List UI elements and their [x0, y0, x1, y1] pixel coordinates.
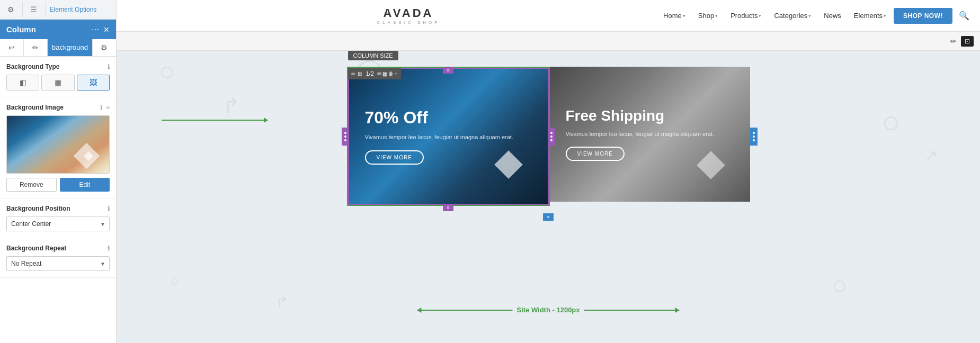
shop-now-button[interactable]: SHOP NOW!	[894, 8, 952, 24]
toolbar-edit-icon[interactable]: ✏	[351, 71, 355, 77]
bg-type-gradient[interactable]: ▦	[41, 75, 74, 91]
column-toolbar: ✏ ⊞ 1/2 ✉ ▦ 🗑 +	[348, 68, 401, 79]
panel-header: Column ⋯ ✕	[0, 20, 116, 39]
columns-wrapper: COLUMN SIZE ✏ ⊞ 1/2 ✉ ▦ 🗑 +	[347, 67, 750, 206]
nav-link-products[interactable]: Products ▾	[725, 8, 767, 23]
row-bottom-handle-left[interactable]: ≡	[443, 204, 453, 211]
pencil-icon[interactable]: ✏	[950, 37, 957, 46]
toolbar-trash-icon[interactable]: 🗑	[388, 71, 394, 77]
tab-back[interactable]: ↩	[0, 39, 24, 56]
row-top-handle[interactable]: ≡	[443, 67, 453, 74]
col-left-handle[interactable]	[342, 128, 349, 146]
toolbar-image-icon[interactable]: ▦	[382, 71, 387, 77]
background-type-options: ◧ ▦ 🖼	[6, 75, 110, 91]
diamond-left	[494, 150, 523, 179]
panel-header-icons: ⋯ ✕	[92, 25, 110, 34]
diamond-right	[697, 151, 725, 179]
background-type-label: Background Type ℹ	[6, 63, 110, 70]
background-position-dropdown-row: Center Center Left Top Left Center Left …	[6, 216, 110, 231]
remove-button[interactable]: Remove	[6, 178, 57, 192]
background-type-info-icon[interactable]: ℹ	[108, 64, 110, 70]
panel-title: Column	[6, 25, 36, 34]
deco-arrow-3: ↱	[275, 293, 289, 311]
nav-logo: AVADA CLASSIC SHOP	[377, 6, 440, 25]
deco-arrow-2: ↗	[924, 146, 938, 165]
tab-background[interactable]: background	[48, 39, 93, 56]
right-column: Free Shipping Vivamus tempor leo lacus, …	[550, 67, 750, 206]
left-column[interactable]: ✏ ⊞ 1/2 ✉ ▦ 🗑 +	[347, 67, 550, 206]
more-options-icon[interactable]: ⋯	[92, 25, 99, 34]
nav-link-shop[interactable]: Shop ▾	[693, 8, 723, 23]
background-image-list-icon[interactable]: ≡	[106, 104, 110, 111]
panel-tabs: ↩ ✏ background ⚙	[0, 39, 116, 57]
nav-links: Home ▾ Shop ▾ Products ▾ Categories ▾ Ne…	[658, 8, 969, 24]
canvas-area: ○ ↱ ◯ △ ○ ○ ↗ ○ ↱ ○ COLUMN SIZE ✏	[117, 51, 980, 343]
view-more-left-button[interactable]: VIEW MORE	[365, 150, 424, 165]
gear-icon[interactable]: ⚙	[0, 2, 23, 17]
left-column-inner-border: 70% Off Vivamus tempor leo lacus, feugia…	[348, 68, 549, 205]
right-content: AVADA CLASSIC SHOP Home ▾ Shop ▾ Product…	[117, 0, 980, 343]
site-width-right-line	[584, 310, 680, 311]
panel-toolbar: ⚙ ☰ Element Options	[0, 0, 116, 20]
top-nav: AVADA CLASSIC SHOP Home ▾ Shop ▾ Product…	[117, 0, 980, 32]
close-panel-icon[interactable]: ✕	[103, 25, 110, 34]
promo-title-left: 70% Off	[365, 108, 532, 128]
site-width-left-line	[417, 310, 512, 311]
column-size-tooltip: COLUMN SIZE	[348, 51, 398, 60]
background-position-select[interactable]: Center Center Left Top Left Center Left …	[6, 216, 110, 231]
deco-shape-2: ○	[170, 272, 179, 290]
promo-desc-left: Vivamus tempor leo lacus, feugiat ut mag…	[365, 133, 532, 142]
deco-arrow-1: ↱	[222, 93, 240, 118]
arrow-head	[264, 118, 268, 123]
toolbar-plus-icon[interactable]: +	[395, 71, 398, 77]
promo-title-right: Free Shipping	[566, 107, 734, 124]
columns-row: ✏ ⊞ 1/2 ✉ ▦ 🗑 +	[347, 67, 750, 206]
background-repeat-label: Background Repeat ℹ	[6, 245, 110, 252]
view-more-right-button[interactable]: VIEW MORE	[566, 147, 625, 161]
toolbar-message-icon[interactable]: ✉	[377, 71, 381, 77]
nav-link-categories[interactable]: Categories ▾	[769, 8, 816, 23]
site-width-label: Site Width - 1200px	[516, 306, 580, 314]
background-image-section: Background Image ℹ ≡ Remove Edit	[0, 97, 116, 198]
bg-type-color[interactable]: ◧	[6, 75, 39, 91]
right-promo-content: Free Shipping Vivamus tempor leo lacus, …	[550, 67, 750, 202]
nav-link-news[interactable]: News	[818, 8, 847, 23]
tab-design[interactable]: ✏	[24, 39, 48, 56]
toolbar-grid-icon[interactable]: ⊞	[358, 71, 362, 77]
background-image-header: Background Image ℹ ≡	[6, 104, 110, 111]
background-repeat-info-icon[interactable]: ℹ	[108, 245, 110, 252]
nav-link-home[interactable]: Home ▾	[658, 8, 691, 23]
background-image-preview	[6, 115, 110, 174]
right-col-blue-handle[interactable]	[750, 128, 758, 146]
background-repeat-select[interactable]: No Repeat Repeat Repeat X Repeat Y	[6, 256, 110, 271]
toolbar-size-label: 1/2	[366, 70, 374, 77]
nav-link-elements[interactable]: Elements ▾	[849, 8, 892, 23]
row-bottom-blue-handle[interactable]: ≡	[543, 213, 554, 221]
background-position-section: Background Position ℹ Center Center Left…	[0, 198, 116, 238]
background-type-section: Background Type ℹ ◧ ▦ 🖼	[0, 57, 116, 97]
col-right-handle[interactable]	[548, 128, 555, 146]
search-icon[interactable]: 🔍	[959, 11, 969, 21]
site-width-indicator: Site Width - 1200px	[417, 306, 679, 314]
background-repeat-section: Background Repeat ℹ No Repeat Repeat Rep…	[0, 238, 116, 278]
arrow-left-head	[417, 308, 421, 313]
background-position-info-icon[interactable]: ℹ	[108, 205, 110, 212]
deco-circle-4: ○	[881, 104, 901, 140]
element-options-label: Element Options	[46, 3, 116, 16]
background-image-info-icon[interactable]: ℹ	[100, 104, 103, 111]
background-image-label: Background Image	[6, 104, 64, 111]
edit-button[interactable]: Edit	[60, 178, 110, 192]
promo-desc-right: Vivamus tempor leo lacus, feugiat ut mag…	[566, 130, 734, 139]
editor-top-bar: ✏ ⊡	[117, 32, 980, 51]
arrow-line	[162, 120, 268, 121]
left-panel: ⚙ ☰ Element Options Column ⋯ ✕ ↩ ✏ backg…	[0, 0, 117, 343]
deco-circle-1: ○	[159, 56, 175, 87]
fullscreen-icon[interactable]: ⊡	[961, 36, 974, 47]
tab-extra[interactable]: ⚙	[93, 39, 116, 56]
background-position-label: Background Position ℹ	[6, 205, 110, 212]
settings-icon[interactable]: ☰	[23, 2, 46, 17]
bg-type-image[interactable]: 🖼	[77, 75, 110, 91]
background-image-header-icons: ℹ ≡	[100, 104, 110, 111]
left-promo-content: 70% Off Vivamus tempor leo lacus, feugia…	[349, 69, 548, 204]
deco-circle-5: ○	[832, 270, 848, 301]
